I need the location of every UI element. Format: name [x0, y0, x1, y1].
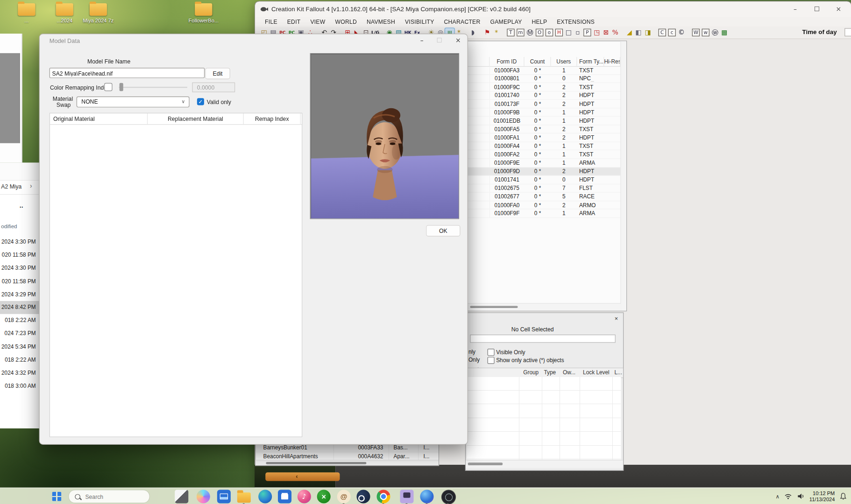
combined-box-icon[interactable]: C [659, 29, 666, 36]
model-file-name-input[interactable] [50, 68, 205, 78]
search-input[interactable] [84, 493, 135, 500]
wifi-icon[interactable] [784, 493, 792, 499]
use-report-row[interactable]: 01000F9E0 *1ARMA [466, 159, 621, 168]
retro-console-icon[interactable] [400, 490, 413, 503]
column-header[interactable]: L... [614, 369, 622, 375]
valid-only-checkbox[interactable]: ✓ [197, 98, 204, 105]
file-row[interactable]: 2024 8:42 PM [0, 301, 39, 314]
minimize-icon[interactable]: – [788, 6, 802, 13]
desktop-folder-3[interactable]: Miya 2024 7z [79, 3, 117, 23]
use-report-row[interactable]: 01000F9D0 *2HDPT [466, 168, 621, 176]
xbox-icon[interactable] [317, 490, 331, 503]
maximize-icon[interactable]: ☐ [810, 6, 824, 13]
column-header[interactable]: Lock Level [583, 369, 610, 375]
material-swap-dropdown[interactable]: NONE ∨ [77, 97, 190, 107]
color-remapping-checkbox[interactable] [104, 83, 112, 91]
scrollbar-thumb[interactable] [468, 462, 503, 465]
collision-box-icon[interactable]: H [555, 29, 563, 36]
edge-icon[interactable] [258, 490, 272, 503]
object-row[interactable]: BarneysBunker010003FA33Bas...I... [255, 444, 439, 453]
copilot-icon[interactable] [197, 490, 210, 503]
itunes-icon[interactable] [298, 490, 311, 503]
use-report-row[interactable]: 01000F9F0 *1ARMA [466, 210, 621, 218]
chrome-icon[interactable] [376, 490, 390, 503]
speaker-icon[interactable] [797, 493, 804, 499]
menu-character[interactable]: CHARACTER [439, 19, 485, 25]
minimize-icon[interactable]: – [420, 36, 424, 44]
file-row[interactable]: 2024 3:30 PM [0, 235, 39, 248]
close-icon[interactable]: × [612, 315, 620, 322]
cube-select-icon[interactable]: ◧ [634, 28, 643, 37]
water-box-icon[interactable]: W [692, 29, 700, 36]
use-report-row[interactable]: 01000F9B0 *1HDPT [466, 108, 621, 117]
paint3d-icon[interactable] [420, 490, 433, 503]
editor-id-column-header[interactable] [466, 57, 489, 66]
parent-folder-entry[interactable]: .. [20, 202, 23, 209]
cube-active-icon[interactable]: ◨ [643, 28, 652, 37]
file-row[interactable]: 024 7:23 PM [0, 327, 39, 340]
column-header[interactable]: Form Ty... [577, 57, 604, 66]
file-row[interactable]: 018 2:22 AM [0, 314, 39, 327]
mod-badge-icon[interactable] [441, 490, 456, 504]
cull-box-icon[interactable]: ⊠ [602, 28, 611, 37]
portal-box-icon[interactable]: P [583, 29, 591, 36]
menu-view[interactable]: VIEW [305, 19, 330, 25]
menu-navmesh[interactable]: NAVMESH [362, 19, 400, 25]
slider-thumb[interactable] [120, 83, 123, 91]
combined-cube-icon[interactable]: c [668, 29, 676, 36]
trigger-box-icon[interactable]: T [507, 29, 514, 36]
dialog-title[interactable]: Model Data [50, 37, 80, 44]
cube-icon[interactable]: □ [564, 28, 573, 37]
use-report-row[interactable]: 01000FA30 *1TXST [466, 66, 621, 75]
start-button-icon[interactable] [52, 492, 62, 501]
use-report-row[interactable]: 01001EDB0 *1HDPT [466, 117, 621, 125]
menu-edit[interactable]: EDIT [282, 19, 305, 25]
ck-titlebar[interactable]: Creation Kit Fallout 4 [v1.10.162.0] 64-… [255, 1, 851, 17]
file-row[interactable]: 2024 3:30 PM [0, 262, 39, 275]
notification-bell-icon[interactable] [840, 492, 847, 500]
menu-world[interactable]: WORLD [330, 19, 362, 25]
close-icon[interactable]: × [455, 36, 461, 44]
use-report-row[interactable]: 01000FA00 *2ARMO [466, 201, 621, 210]
vertical-scrollbar[interactable] [620, 41, 626, 311]
edit-button[interactable]: Edit [205, 68, 230, 79]
column-header[interactable]: Ow... [563, 369, 575, 375]
use-report-row[interactable]: 0100173F0 *2HDPT [466, 100, 621, 108]
horizontal-scrollbar[interactable] [255, 460, 439, 465]
column-header[interactable]: Remap Index [244, 113, 301, 124]
column-header[interactable]: Users [551, 57, 577, 66]
file-row[interactable]: 020 11:58 PM [0, 248, 39, 261]
cellview-grid[interactable] [467, 377, 621, 460]
desktop-folder-1[interactable]: ... [7, 3, 45, 23]
column-header[interactable]: Hi-Res 1 [604, 57, 620, 66]
column-header[interactable]: Count [525, 57, 551, 66]
store-icon[interactable] [278, 490, 291, 503]
search-bar[interactable] [68, 490, 149, 503]
menu-visibility[interactable]: VISIBILITY [400, 19, 439, 25]
column-header[interactable]: Form ID [489, 57, 524, 66]
use-report-row[interactable]: 01000FA10 *2HDPT [466, 133, 621, 142]
horizontal-scrollbar[interactable] [466, 303, 621, 311]
tornado-app-icon[interactable] [337, 490, 351, 503]
room-box-icon[interactable]: ◳ [592, 28, 602, 37]
plane-box-icon[interactable]: ▫ [573, 28, 582, 37]
desktop-folder-2[interactable]: ...2024 [46, 3, 84, 23]
file-row[interactable]: 018 3:00 AM [0, 380, 39, 393]
use-report-row[interactable]: 010026750 *7FLST [466, 184, 621, 193]
marker-icon[interactable]: ⚑ [482, 28, 492, 37]
water-cube-icon[interactable]: w [702, 29, 709, 36]
visible-only-checkbox[interactable] [488, 349, 495, 356]
column-header[interactable]: Replacement Material [148, 113, 244, 124]
file-row[interactable]: 2024 3:32 PM [0, 366, 39, 379]
task-switcher-icon[interactable] [175, 490, 188, 503]
water-circle-icon[interactable]: ⓦ [710, 28, 720, 37]
scene-preview-icon[interactable]: ▩ [720, 28, 729, 37]
horizontal-scrollbar[interactable] [466, 460, 623, 468]
use-report-row[interactable]: 01000FA40 *1TXST [466, 142, 621, 150]
material-swap-table[interactable]: Original Material Replacement Material R… [50, 113, 303, 437]
column-header[interactable]: Original Material [50, 113, 148, 124]
use-report-row[interactable]: 01000FA50 *2TXST [466, 125, 621, 133]
tray-chevron-icon[interactable]: ∧ [775, 493, 780, 499]
dialogue-icon[interactable]: ◗ [468, 28, 478, 37]
column-header[interactable]: Type [544, 369, 556, 375]
